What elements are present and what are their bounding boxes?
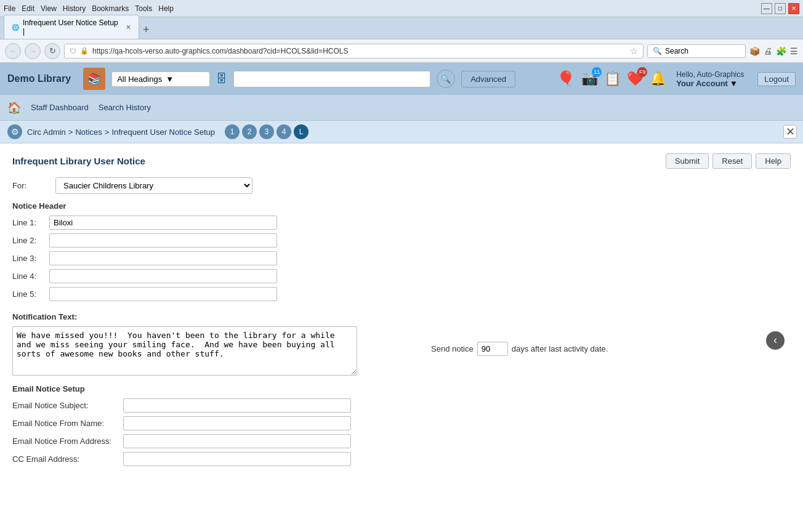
menu-file[interactable]: File: [4, 4, 15, 13]
menu-icon[interactable]: ☰: [790, 46, 798, 56]
search-magnifier-icon: 🔍: [441, 75, 451, 84]
line5-label: Line 5:: [12, 289, 49, 299]
line3-row: Line 3:: [12, 251, 791, 265]
line3-label: Line 3:: [12, 254, 49, 263]
for-dropdown[interactable]: Saucier Childrens Library: [55, 177, 252, 194]
refresh-nav-button[interactable]: ↻: [44, 43, 60, 59]
step-2[interactable]: 2: [242, 124, 257, 139]
account-link[interactable]: Your Account ▼: [676, 79, 738, 88]
cc-email-input[interactable]: [123, 452, 351, 466]
search-button[interactable]: 🔍: [437, 70, 455, 88]
minimize-button[interactable]: —: [761, 3, 772, 14]
print-icon[interactable]: 🖨: [764, 46, 772, 56]
advanced-search-button[interactable]: Advanced: [461, 71, 515, 87]
step-4[interactable]: 4: [276, 124, 291, 139]
line4-label: Line 4:: [12, 272, 49, 281]
maximize-button[interactable]: □: [775, 3, 786, 14]
tab-close-button[interactable]: ✕: [126, 23, 131, 31]
line2-input[interactable]: [49, 233, 277, 248]
step-circles: 1 2 3 4 L: [225, 124, 309, 139]
main-search-input[interactable]: [233, 71, 430, 87]
notification-text-label: Notification Text:: [12, 312, 357, 321]
browser-tabbar: 🌐 Infrequent User Notice Setup | ✕ +: [0, 17, 803, 39]
line4-input[interactable]: [49, 269, 277, 283]
reset-button[interactable]: Reset: [712, 153, 752, 169]
email-from-address-label: Email Notice From Address:: [12, 437, 123, 446]
email-from-name-row: Email Notice From Name:: [12, 416, 791, 430]
email-from-name-input[interactable]: [123, 416, 351, 430]
new-tab-button[interactable]: +: [143, 23, 150, 39]
close-button[interactable]: ✕: [788, 3, 799, 14]
back-arrow-button[interactable]: ‹: [766, 331, 785, 350]
line1-row: Line 1:: [12, 216, 791, 230]
notification-textarea[interactable]: We have missed you!!! You haven't been t…: [12, 326, 357, 376]
menu-view[interactable]: View: [41, 4, 57, 13]
cc-email-row: CC Email Address:: [12, 452, 791, 466]
notification-text-section: Notification Text: We have missed you!!!…: [12, 305, 357, 376]
logout-button[interactable]: Logout: [757, 72, 796, 86]
breadcrumb-sep1: >: [68, 127, 73, 137]
send-notice-prefix: Send notice: [431, 344, 474, 353]
forward-nav-button[interactable]: →: [25, 43, 41, 59]
logo-icon: 📚: [87, 72, 101, 86]
line4-row: Line 4:: [12, 269, 791, 283]
step-L[interactable]: L: [294, 124, 309, 139]
menu-edit[interactable]: Edit: [22, 4, 34, 13]
pocket-icon[interactable]: 📦: [749, 46, 760, 56]
submit-button[interactable]: Submit: [666, 153, 709, 169]
header-right-icons: 🎈 📷 11 📋 ❤️ F9 🔔 Hello, Auto-Graphics Yo…: [557, 70, 796, 88]
breadcrumb-close-button[interactable]: ✕: [783, 125, 797, 139]
email-section-header: Email Notice Setup: [12, 384, 791, 393]
notification-area: Notification Text: We have missed you!!!…: [12, 305, 791, 376]
menu-bookmarks[interactable]: Bookmarks: [92, 4, 129, 13]
address-bar[interactable]: 🛡 🔒 https://qa-hcols-verso.auto-graphics…: [64, 44, 644, 58]
bell-icon-btn[interactable]: 🔔: [650, 71, 666, 87]
camera-icon-btn[interactable]: 📷 11: [581, 71, 598, 87]
balloon-icon: 🎈: [557, 70, 575, 87]
extension-icon[interactable]: 🧩: [776, 46, 786, 56]
line1-label: Line 1:: [12, 218, 49, 227]
help-button[interactable]: Help: [756, 153, 791, 169]
line5-input[interactable]: [49, 287, 277, 301]
dropdown-arrow-icon: ▼: [166, 75, 174, 84]
menu-history[interactable]: History: [63, 4, 86, 13]
menu-help[interactable]: Help: [158, 4, 174, 13]
days-input[interactable]: [477, 342, 508, 356]
send-notice-suffix: days after last activity date.: [512, 344, 608, 353]
search-history-link[interactable]: Search History: [99, 103, 151, 112]
browser-window-controls: — □ ✕: [761, 3, 799, 14]
home-icon[interactable]: 🏠: [7, 101, 21, 115]
line3-input[interactable]: [49, 251, 277, 265]
heading-dropdown-label: All Headings: [117, 75, 162, 84]
hot-air-balloon-icon-btn[interactable]: 🎈: [557, 70, 575, 87]
circ-icon: ⚙: [11, 127, 19, 137]
heart-icon-btn[interactable]: ❤️ F9: [627, 71, 644, 87]
database-icon[interactable]: 🗄: [216, 73, 227, 86]
browser-search-box[interactable]: 🔍 Search: [647, 44, 746, 58]
menu-tools[interactable]: Tools: [135, 4, 152, 13]
send-notice-row: Send notice days after last activity dat…: [431, 342, 608, 356]
email-subject-row: Email Notice Subject:: [12, 398, 791, 413]
back-nav-button[interactable]: ←: [5, 43, 21, 59]
step-1[interactable]: 1: [225, 124, 240, 139]
library-name: Demo Library: [7, 73, 71, 84]
list-icon-btn[interactable]: 📋: [604, 71, 621, 87]
staff-dashboard-link[interactable]: Staff Dashboard: [31, 103, 89, 112]
line1-input[interactable]: [49, 216, 277, 230]
email-from-address-row: Email Notice From Address:: [12, 434, 791, 448]
active-tab[interactable]: 🌐 Infrequent User Notice Setup | ✕: [4, 15, 139, 39]
account-label: Your Account: [676, 79, 728, 88]
breadcrumb-sep2: >: [105, 127, 110, 137]
account-chevron-icon: ▼: [730, 79, 738, 88]
bell-icon: 🔔: [650, 71, 666, 86]
email-from-name-label: Email Notice From Name:: [12, 419, 123, 428]
bookmark-star-icon[interactable]: ☆: [630, 46, 638, 56]
email-subject-label: Email Notice Subject:: [12, 401, 123, 410]
notification-row: Notification Text: We have missed you!!!…: [12, 305, 791, 376]
email-subject-input[interactable]: [123, 398, 351, 413]
breadcrumb-notices[interactable]: Notices: [75, 127, 102, 137]
email-from-address-input[interactable]: [123, 434, 351, 448]
step-3[interactable]: 3: [259, 124, 274, 139]
heading-search-dropdown[interactable]: All Headings ▼: [111, 71, 210, 87]
breadcrumb-circ-admin[interactable]: Circ Admin: [27, 127, 66, 137]
